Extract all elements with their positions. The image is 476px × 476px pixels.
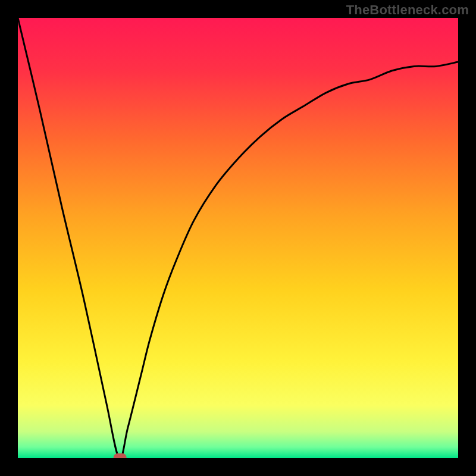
plot-area [18, 18, 458, 458]
gradient-background [18, 18, 458, 458]
watermark-text: TheBottleneck.com [346, 2, 469, 18]
plot-svg [18, 18, 458, 458]
chart-frame: TheBottleneck.com [0, 0, 476, 476]
root-marker [114, 453, 127, 458]
